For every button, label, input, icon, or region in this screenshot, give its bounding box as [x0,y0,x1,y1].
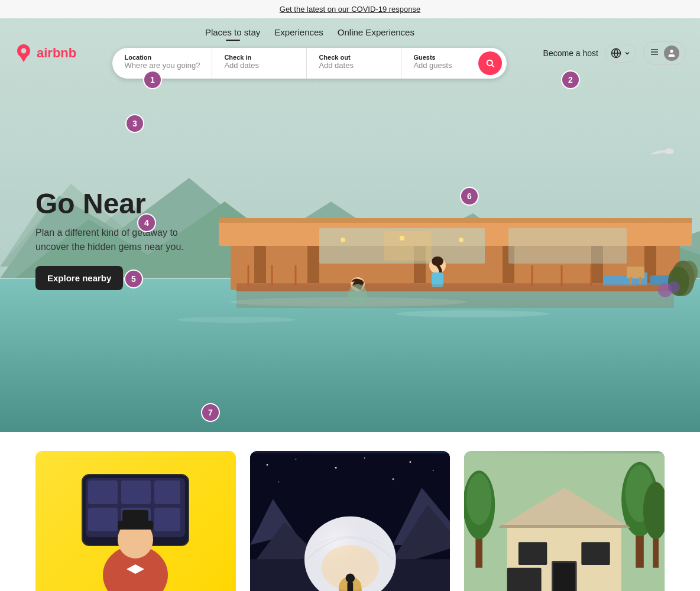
svg-point-96 [466,473,492,525]
svg-rect-91 [347,582,353,591]
online-experiences-illustration [53,451,218,591]
svg-rect-63 [121,480,151,504]
hero-text: Go Near Plan a different kind of getaway… [35,187,201,290]
profile-menu-button[interactable] [643,41,686,65]
svg-rect-109 [553,563,575,591]
hamburger-icon [650,47,659,59]
svg-rect-53 [236,284,674,308]
location-value: Where are you going? [124,61,200,70]
svg-point-7 [670,50,673,53]
nav-right: Become a host [543,41,686,65]
header: airbnb Places to stay Experiences Online… [0,18,700,79]
svg-rect-62 [88,480,118,504]
hero-section: Go Near Plan a different kind of getaway… [0,18,700,432]
checkin-value: Add dates [224,61,294,70]
svg-rect-30 [384,231,432,261]
card-unique-stays-image [250,451,451,591]
annotation-7: 7 [201,403,220,422]
annotation-4: 4 [137,213,156,232]
nav-tabs: Places to stay Experiences Online Experi… [205,27,414,41]
annotation-2: 2 [561,70,580,89]
card-online-experiences-image [35,451,236,591]
svg-rect-107 [582,542,610,565]
chevron-down-icon [624,50,631,57]
svg-point-17 [396,310,550,317]
location-field[interactable]: Location Where are you going? [112,48,212,79]
menu-icon [650,47,659,57]
card-entire-homes-image [464,451,665,591]
svg-point-79 [278,482,279,483]
svg-rect-71 [122,510,148,524]
checkout-label: Check out [319,54,389,61]
annotation-3: 3 [125,114,144,133]
tab-places-to-stay[interactable]: Places to stay [205,27,260,41]
svg-rect-45 [627,267,644,278]
cards-grid: Online Experiences Unique activities we … [35,451,665,591]
become-host-link[interactable]: Become a host [543,48,598,58]
svg-point-54 [665,148,674,154]
cards-section: Online Experiences Unique activities we … [0,432,700,591]
card-online-experiences[interactable]: Online Experiences Unique activities we … [35,451,236,591]
nav-center: Places to stay Experiences Online Experi… [112,27,507,79]
language-button[interactable] [605,44,636,63]
annotation-1: 1 [143,70,162,89]
svg-rect-110 [507,568,542,591]
svg-point-59 [668,281,680,293]
svg-line-1 [492,65,494,67]
svg-rect-67 [154,508,180,531]
svg-point-31 [341,238,345,242]
avatar-icon [667,48,676,58]
search-icon [485,59,495,68]
svg-point-90 [345,573,354,582]
annotation-6: 6 [460,187,479,206]
hero-title: Go Near [35,187,201,220]
tab-online-experiences[interactable]: Online Experiences [338,27,414,41]
svg-rect-21 [219,218,692,223]
explore-nearby-button[interactable]: Explore nearby [35,266,123,290]
svg-point-32 [400,236,404,241]
covid-link[interactable]: Get the latest on our COVID-19 response [280,5,420,14]
search-button[interactable] [478,51,502,75]
svg-point-73 [266,464,268,466]
svg-point-74 [295,459,296,460]
card-unique-stays[interactable]: Unique stays Spaces that are more than j… [250,451,451,591]
svg-rect-23 [307,246,319,284]
svg-point-77 [409,461,411,463]
svg-rect-64 [154,480,180,504]
checkout-value: Add dates [319,61,389,70]
annotation-5: 5 [124,269,143,288]
svg-rect-46 [630,277,632,285]
unique-stays-illustration [250,451,451,591]
svg-point-78 [432,470,433,471]
checkout-field[interactable]: Check out Add dates [307,48,401,79]
svg-point-76 [364,457,365,459]
airbnb-logo-icon [14,44,33,63]
svg-point-0 [487,60,492,66]
checkin-field[interactable]: Check in Add dates [212,48,307,79]
svg-rect-29 [508,228,627,264]
svg-point-16 [177,317,296,323]
svg-point-33 [459,238,464,242]
card-entire-homes[interactable]: Entire homes Comfortable private places,… [464,451,665,591]
guests-value: Add guests [413,61,466,70]
location-label: Location [124,54,200,61]
svg-point-80 [392,478,394,480]
logo[interactable]: airbnb [14,44,76,63]
svg-point-75 [335,467,336,469]
guests-label: Guests [413,54,466,61]
tab-experiences[interactable]: Experiences [274,27,323,41]
checkin-label: Check in [224,54,294,61]
svg-rect-65 [88,508,118,531]
svg-rect-22 [254,246,266,284]
entire-homes-illustration [464,451,665,591]
guests-field[interactable]: Guests Add guests [401,48,478,79]
logo-text: airbnb [37,46,76,61]
hero-subtitle: Plan a different kind of getaway to unco… [35,226,201,254]
globe-icon [611,48,621,59]
svg-rect-106 [518,542,547,565]
search-bar: Location Where are you going? Check in A… [112,48,507,79]
svg-rect-47 [639,277,641,285]
covid-banner: Get the latest on our COVID-19 response [0,0,700,18]
svg-marker-104 [498,525,630,528]
user-avatar [664,46,679,61]
